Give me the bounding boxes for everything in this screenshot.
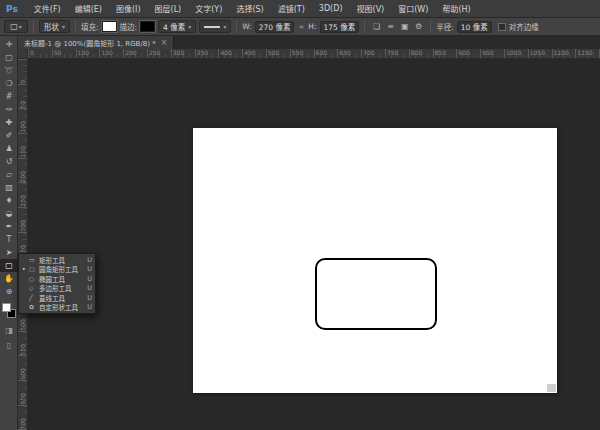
path-selection-tool[interactable]: ➤	[0, 246, 18, 259]
dodge-tool[interactable]: ◒	[0, 207, 18, 220]
brush-tool[interactable]: ✐	[0, 129, 18, 142]
menu-item[interactable]: 选择(S)	[229, 3, 270, 14]
ruler-label: 600	[19, 355, 26, 380]
ruler-label: 200	[19, 158, 26, 183]
tools-panel: ✛ ▢ ➰ ❍ # ✑ ✚	[0, 36, 18, 430]
blur-tool[interactable]: ♦	[0, 194, 18, 207]
ruler-label: 850	[433, 49, 457, 57]
marquee-tool[interactable]: ▢	[0, 51, 18, 64]
flyout-item[interactable]: ○ 椭圆工具 U	[19, 274, 95, 284]
ruler-label: 250	[19, 182, 26, 207]
tool-mode-value: 形状	[44, 21, 59, 32]
flyout-item-label: 直线工具	[39, 293, 84, 303]
ruler-label: 0	[19, 59, 26, 84]
menu-item[interactable]: 图像(I)	[109, 3, 148, 14]
flyout-item-shortcut: U	[87, 275, 92, 283]
path-operations-icon[interactable]: ❏	[370, 21, 383, 33]
quick-mask-icon[interactable]: ◨	[0, 326, 18, 335]
zoom-tool[interactable]: ⊕	[0, 285, 18, 298]
horizontal-ruler-labels: 0501001502002503003504004505005506006507…	[28, 49, 600, 57]
gradient-tool[interactable]: ▧	[0, 181, 18, 194]
tool-icon: ✒	[6, 223, 13, 231]
eraser-tool[interactable]: ▱	[0, 168, 18, 181]
tool-mode-select[interactable]: 形状 ▾	[39, 20, 70, 33]
selected-marker: •	[22, 266, 26, 272]
lasso-tool[interactable]: ➰	[0, 64, 18, 77]
menu-item[interactable]: 窗口(W)	[391, 3, 435, 14]
ruler-corner[interactable]	[18, 49, 28, 59]
crop-tool[interactable]: #	[0, 90, 18, 103]
tool-icon: ▧	[5, 184, 13, 192]
separator	[236, 20, 237, 33]
tool-list: ✛ ▢ ➰ ❍ # ✑ ✚	[0, 36, 17, 298]
path-arrangement-icon[interactable]: ▣	[398, 21, 411, 33]
hand-tool[interactable]: ✋	[0, 272, 18, 285]
tool-icon: #	[6, 93, 13, 101]
quick-selection-tool[interactable]: ❍	[0, 77, 18, 90]
link-dimensions-icon[interactable]: ∞	[297, 23, 305, 31]
menu-item[interactable]: 视图(V)	[350, 3, 392, 14]
tool-icon: ⊕	[6, 288, 13, 296]
tool-icon: ♟	[5, 145, 12, 153]
chevron-down-icon: ▾	[19, 23, 22, 30]
menu-item[interactable]: 滤镜(T)	[271, 3, 312, 14]
tool-icon: ▢	[5, 54, 13, 62]
flyout-item[interactable]: ╱ 直线工具 U	[19, 293, 95, 303]
stroke-style-dropdown[interactable]: ▾	[199, 20, 231, 33]
menu-item[interactable]: 文件(F)	[27, 3, 68, 14]
canvas-document[interactable]	[193, 128, 557, 393]
settings-gear-icon[interactable]: ⚙	[412, 21, 425, 33]
pen-tool[interactable]: ✒	[0, 220, 18, 233]
screen-mode-icon[interactable]: ▯	[0, 341, 18, 350]
path-alignment-icon[interactable]: ≡	[384, 21, 397, 33]
menu-item[interactable]: 帮助(H)	[435, 3, 477, 14]
flyout-item[interactable]: ▭ 矩形工具 U	[19, 255, 95, 265]
document-tab[interactable]: 未标题-1 @ 100%(圆角矩形 1, RGB/8) * ×	[18, 36, 174, 49]
chevron-down-icon: ▾	[188, 23, 191, 30]
menu-item[interactable]: 文字(Y)	[188, 3, 229, 14]
move-tool[interactable]: ✛	[0, 38, 18, 51]
shape-icon: ✿	[29, 304, 36, 310]
menu-item[interactable]: 编辑(E)	[68, 3, 109, 14]
flyout-item-label: 圆角矩形工具	[39, 264, 84, 274]
tool-preset-dropdown[interactable]: ▢ ▾	[4, 20, 28, 33]
clone-stamp-tool[interactable]: ♟	[0, 142, 18, 155]
menu-item[interactable]: 3D(D)	[312, 4, 350, 13]
align-edges-checkbox[interactable]	[498, 23, 506, 31]
shape-icon: ▢	[29, 266, 36, 272]
ruler-label: 1150	[575, 49, 599, 57]
type-tool[interactable]: T	[0, 233, 18, 246]
ruler-label: 1100	[552, 49, 576, 57]
radius-value: 10 像素	[461, 21, 488, 32]
chevron-down-icon: ▾	[223, 23, 226, 30]
ruler-label: 400	[218, 49, 242, 57]
radius-input[interactable]: 10 像素	[457, 21, 492, 33]
close-icon[interactable]: ×	[161, 39, 168, 47]
ruler-label: 900	[456, 49, 480, 57]
ruler-label: 600	[314, 49, 338, 57]
healing-brush-tool[interactable]: ✚	[0, 116, 18, 129]
separator	[33, 20, 34, 33]
shape-tool[interactable]: ▢	[0, 259, 18, 272]
canvas-corner-artifact	[547, 384, 556, 392]
flyout-item[interactable]: ✿ 自定形状工具 U	[19, 303, 95, 313]
vertical-ruler[interactable]: 0501001502002503003504004505005506006507…	[18, 59, 28, 430]
tool-icon: ✋	[4, 275, 14, 283]
rounded-rectangle-shape[interactable]	[315, 258, 437, 330]
horizontal-ruler[interactable]: 0501001502002503003504004505005506006507…	[28, 49, 600, 59]
shape-height-input[interactable]: 175 像素	[320, 21, 360, 33]
flyout-item[interactable]: • ▢ 圆角矩形工具 U	[19, 265, 95, 275]
history-brush-tool[interactable]: ↺	[0, 155, 18, 168]
menu-item[interactable]: 图层(L)	[148, 3, 189, 14]
stroke-width-field[interactable]: 4 像素 ▾	[158, 20, 196, 33]
radius-label: 半径:	[436, 21, 454, 32]
fill-color-swatch[interactable]	[102, 21, 117, 32]
stroke-color-swatch[interactable]	[140, 21, 155, 32]
eyedropper-tool[interactable]: ✑	[0, 103, 18, 116]
shape-width-input[interactable]: 270 像素	[255, 21, 295, 33]
ruler-label: 650	[19, 380, 26, 405]
foreground-color-swatch[interactable]	[2, 303, 11, 312]
flyout-item[interactable]: ◇ 多边形工具 U	[19, 284, 95, 294]
tool-icon: T	[7, 236, 12, 244]
shape-width-value: 270 像素	[259, 21, 291, 32]
